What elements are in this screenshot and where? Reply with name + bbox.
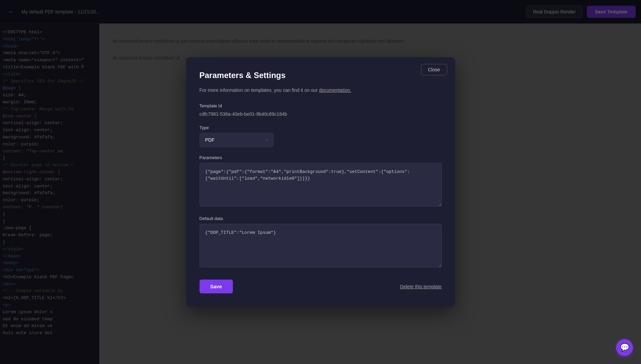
modal-description: For more information on templates, you c…	[200, 87, 442, 94]
documentation-link[interactable]: documentation.	[319, 87, 351, 93]
type-select[interactable]: PDF ›	[200, 133, 274, 147]
save-button[interactable]: Save	[200, 280, 233, 293]
default-data-group: Default data	[200, 216, 442, 269]
default-data-label: Default data	[200, 216, 442, 221]
modal-overlay: Close Parameters & Settings For more inf…	[0, 0, 641, 364]
parameters-textarea[interactable]	[200, 163, 442, 207]
description-text: For more information on templates, you c…	[200, 87, 318, 93]
parameters-label: Parameters	[200, 155, 442, 160]
template-id-value: cdfc7981-536a-40eb-be01-9b40c89c184b	[200, 111, 287, 117]
chat-icon: 💬	[620, 343, 629, 352]
type-group: Type PDF ›	[200, 125, 442, 147]
chat-bubble[interactable]: 💬	[616, 339, 633, 356]
chevron-right-icon: ›	[266, 138, 268, 142]
default-data-textarea[interactable]	[200, 224, 442, 267]
type-label: Type	[200, 125, 442, 130]
parameters-group: Parameters	[200, 155, 442, 208]
delete-template-button[interactable]: Delete this template	[400, 284, 442, 289]
template-id-group: Template Id cdfc7981-536a-40eb-be01-9b40…	[200, 103, 442, 117]
modal-dialog: Close Parameters & Settings For more inf…	[186, 57, 455, 307]
type-select-value: PDF	[205, 137, 215, 143]
modal-footer: Save Delete this template	[200, 280, 442, 293]
close-button[interactable]: Close	[421, 64, 447, 75]
modal-title: Parameters & Settings	[200, 71, 442, 80]
template-id-label: Template Id	[200, 103, 442, 108]
